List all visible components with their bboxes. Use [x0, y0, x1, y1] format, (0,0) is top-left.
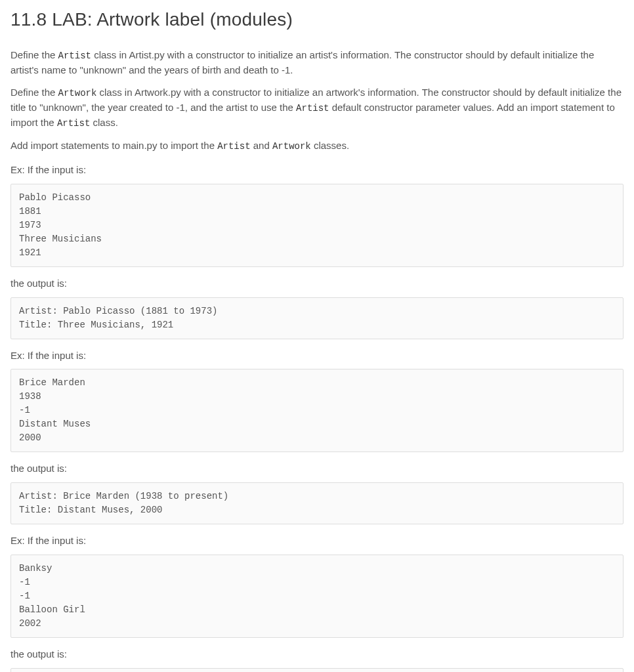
example-output-label-2: the output is:	[11, 461, 623, 476]
paragraph-1: Define the Artist class in Artist.py wit…	[11, 48, 623, 78]
page-title: 11.8 LAB: Artwork label (modules)	[11, 7, 623, 33]
text: Add import statements to main.py to impo…	[11, 140, 217, 151]
inline-code-artist: Artist	[296, 103, 329, 114]
inline-code-artist: Artist	[217, 141, 250, 152]
text: class.	[90, 117, 118, 128]
text: Define the	[11, 87, 58, 98]
text: Define the	[11, 49, 58, 60]
code-input-3: Banksy -1 -1 Balloon Girl 2002	[11, 555, 623, 638]
example-output-label-3: the output is:	[11, 647, 623, 662]
code-output-1: Artist: Pablo Picasso (1881 to 1973) Tit…	[11, 297, 623, 339]
lab-document: 11.8 LAB: Artwork label (modules) Define…	[0, 0, 634, 672]
inline-code-artwork: Artwork	[58, 88, 97, 98]
inline-code-artist: Artist	[58, 51, 91, 61]
text: classes.	[311, 140, 349, 151]
example-input-label-1: Ex: If the input is:	[11, 163, 623, 177]
text: class in Artist.py with a constructor to…	[11, 49, 594, 75]
code-input-2: Brice Marden 1938 -1 Distant Muses 2000	[11, 369, 623, 452]
code-output-2: Artist: Brice Marden (1938 to present) T…	[11, 482, 623, 524]
paragraph-3: Add import statements to main.py to impo…	[11, 138, 623, 154]
example-input-label-2: Ex: If the input is:	[11, 348, 623, 363]
paragraph-2: Define the Artwork class in Artwork.py w…	[11, 85, 623, 131]
inline-code-artist: Artist	[57, 118, 90, 129]
inline-code-artwork: Artwork	[272, 141, 311, 152]
example-output-label-1: the output is:	[11, 276, 623, 291]
text: and	[251, 140, 272, 151]
code-input-1: Pablo Picasso 1881 1973 Three Musicians …	[11, 184, 623, 267]
code-output-3: Artist: Banksy (unknown) Title: Balloon …	[11, 668, 623, 672]
example-input-label-3: Ex: If the input is:	[11, 534, 623, 548]
